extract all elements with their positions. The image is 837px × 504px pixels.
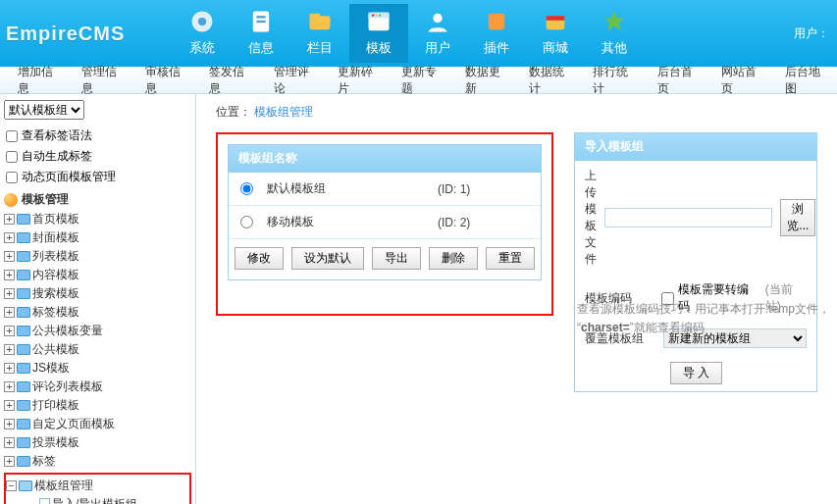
delete-button[interactable]: 删除: [429, 247, 478, 270]
tree-label: 公共模板变量: [32, 323, 103, 339]
plus-icon: +: [4, 251, 15, 262]
folder-icon: [17, 214, 30, 225]
tg-row: 默认模板组 (ID: 1): [229, 173, 541, 206]
browse-button[interactable]: 浏览...: [780, 199, 815, 236]
folder-icon: [17, 400, 30, 411]
import-panel-title: 导入模板组: [575, 133, 816, 161]
tb-manage-info[interactable]: 管理信息: [74, 64, 133, 97]
folder-icon: [17, 307, 30, 318]
tg-id: (ID: 1): [438, 182, 470, 196]
plus-icon: +: [4, 344, 15, 355]
tree-item-tag[interactable]: +标签模板: [4, 303, 191, 322]
nav-label: 用户: [408, 39, 467, 57]
folder-open-icon: [19, 480, 32, 491]
tg-name: 移动模板: [267, 214, 424, 230]
folder-icon: [17, 288, 30, 299]
tb-data-stats[interactable]: 数据统计: [521, 64, 581, 97]
sidebar-category: 模板管理: [4, 191, 191, 208]
user-label: 用户：: [794, 25, 829, 42]
shop-icon: [542, 8, 569, 35]
tree-item-home[interactable]: +首页模板: [4, 210, 191, 228]
chk-auto-tag[interactable]: [6, 151, 18, 163]
sub-toolbar: 增加信息 管理信息 审核信息 签发信息 管理评论 更新碎片 更新专题 数据更新 …: [0, 67, 837, 94]
chk-tag-syntax[interactable]: [6, 130, 18, 142]
chk-dynamic-tpl[interactable]: [6, 172, 18, 183]
tree-label: 标签模板: [32, 304, 79, 321]
gear-icon: [188, 8, 216, 35]
main-highlight: 模板组名称 默认模板组 (ID: 1) 移动模板 (ID: 2): [216, 132, 553, 316]
export-button[interactable]: 导出: [372, 247, 421, 270]
tree-item-custom[interactable]: +自定义页面模板: [4, 415, 191, 433]
tree-label: 公共模板: [32, 341, 79, 358]
svg-point-10: [376, 14, 378, 16]
svg-point-11: [379, 14, 381, 16]
tb-sign-info[interactable]: 签发信息: [201, 64, 261, 97]
nav-label: 系统: [173, 39, 232, 57]
tree-item-comment[interactable]: +评论列表模板: [4, 378, 191, 396]
tree-item-vote[interactable]: +投票模板: [4, 433, 191, 452]
tree-label: 自定义页面模板: [32, 416, 115, 432]
tree-label: 内容模板: [32, 267, 79, 283]
window-icon: [365, 8, 392, 35]
tree-item-pub-var[interactable]: +公共模板变量: [4, 322, 191, 340]
tb-update-topic[interactable]: 更新专题: [393, 64, 453, 97]
tb-data-update[interactable]: 数据更新: [457, 64, 517, 97]
chk-label: 动态页面模板管理: [22, 169, 116, 185]
tree-item-print[interactable]: +打印模板: [4, 396, 191, 415]
tb-audit-info[interactable]: 审核信息: [137, 64, 197, 97]
tree-item-js[interactable]: +JS模板: [4, 359, 191, 378]
tb-admin-map[interactable]: 后台地图: [777, 64, 837, 97]
import-button[interactable]: 导 入: [670, 362, 722, 384]
nav-label: 模板: [349, 39, 408, 57]
tree-item-tplgroup-mgmt[interactable]: − 模板组管理: [6, 477, 187, 495]
nav-system[interactable]: 系统: [173, 4, 232, 63]
breadcrumb: 位置： 模板组管理: [216, 104, 827, 121]
nav-user[interactable]: 用户: [408, 4, 467, 63]
tb-update-frag[interactable]: 更新碎片: [330, 64, 390, 97]
sidebar-highlight: − 模板组管理 导入/导出模板组: [4, 473, 191, 504]
nav-plugin[interactable]: 插件: [467, 4, 526, 63]
tree-item-list[interactable]: +列表模板: [4, 247, 191, 266]
tg-radio[interactable]: [240, 216, 253, 228]
user-icon: [424, 8, 451, 35]
nav-info[interactable]: 信息: [232, 4, 290, 63]
tb-site-home[interactable]: 网站首页: [713, 64, 773, 97]
nav-template[interactable]: 模板: [349, 4, 408, 63]
upload-field[interactable]: [604, 208, 772, 227]
plus-icon: +: [4, 288, 15, 299]
logo: EmpireCMS: [6, 23, 173, 45]
plus-icon: +: [4, 419, 15, 429]
tree-item-search[interactable]: +搜索模板: [4, 284, 191, 303]
doc-icon: [247, 8, 275, 35]
template-group-select[interactable]: 默认模板组: [4, 100, 84, 120]
reset-button[interactable]: 重置: [486, 247, 535, 270]
chk-label: 查看标签语法: [22, 127, 92, 144]
tree-item-import-export[interactable]: 导入/导出模板组: [6, 495, 187, 504]
tb-manage-comment[interactable]: 管理评论: [266, 64, 326, 97]
tree-label: 打印模板: [32, 397, 79, 414]
tree-item-cover[interactable]: +封面模板: [4, 228, 191, 247]
nav-column[interactable]: 栏目: [290, 4, 349, 63]
ball-icon: [4, 193, 18, 207]
tb-add-info[interactable]: 增加信息: [10, 64, 70, 97]
folder-icon: [17, 419, 30, 429]
tree-item-pub-tpl[interactable]: +公共模板: [4, 340, 191, 359]
breadcrumb-link[interactable]: 模板组管理: [254, 105, 313, 119]
nav-label: 插件: [467, 39, 526, 57]
folder-icon: [17, 326, 30, 336]
nav-shop[interactable]: 商城: [526, 4, 585, 63]
tb-admin-home[interactable]: 后台首页: [650, 64, 709, 97]
tips-bold: charset=: [581, 321, 630, 334]
plus-icon: +: [4, 381, 15, 392]
svg-marker-16: [604, 12, 625, 31]
nav-other[interactable]: 其他: [585, 4, 644, 63]
edit-button[interactable]: 修改: [235, 247, 284, 270]
upload-label: 上传模板文件: [585, 168, 597, 268]
folder-icon: [17, 456, 30, 467]
minus-icon: −: [6, 480, 17, 491]
tree-item-content[interactable]: +内容模板: [4, 266, 191, 284]
tg-radio[interactable]: [240, 182, 253, 195]
tree-item-tags[interactable]: +标签: [4, 452, 191, 471]
set-default-button[interactable]: 设为默认: [291, 247, 364, 270]
tb-rank-stats[interactable]: 排行统计: [585, 64, 645, 97]
